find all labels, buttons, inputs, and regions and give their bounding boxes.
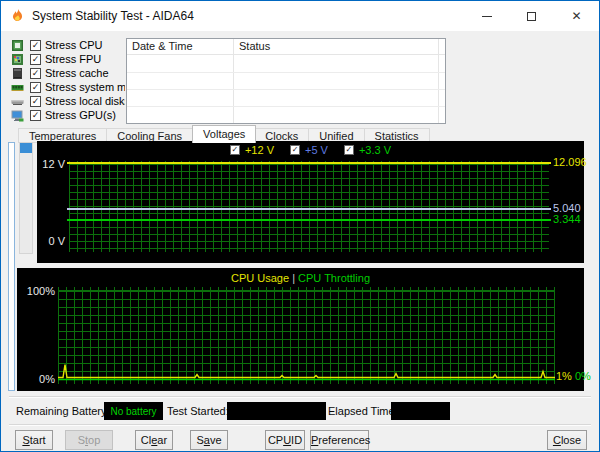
column-header-date-time[interactable]: Date & Time <box>132 40 193 52</box>
close-button[interactable]: Close <box>547 430 587 450</box>
graph-scroll-slider[interactable] <box>19 142 33 254</box>
title-bar[interactable]: System Stability Test - AIDA64 ✕ <box>1 1 599 31</box>
maximize-button[interactable] <box>509 1 554 31</box>
log-table-header: Date & Time Status <box>127 39 445 55</box>
preferences-button[interactable]: Preferences <box>310 430 369 450</box>
column-header-status[interactable]: Status <box>239 40 270 52</box>
test-started-display <box>227 402 326 420</box>
legend-3v3-label: +3.3 V <box>359 144 391 156</box>
window-title: System Stability Test - AIDA64 <box>32 9 194 23</box>
close-icon: ✕ <box>571 10 581 22</box>
voltage-3v3-line <box>67 219 551 221</box>
stability-test-window: System Stability Test - AIDA64 ✕ ✓ Stres… <box>0 0 600 452</box>
voltage-12v-line <box>67 162 551 164</box>
cpu-graph-title: CPU Usage | CPU Throttling <box>17 272 584 284</box>
legend-12v-label: +12 V <box>245 144 274 156</box>
start-button[interactable]: Start <box>15 430 53 450</box>
stress-disks-checkbox[interactable]: ✓ <box>30 96 41 107</box>
log-table-body[interactable] <box>127 56 445 123</box>
disk-icon <box>11 95 24 108</box>
elapsed-time-label: Elapsed Time: <box>328 405 398 417</box>
cpu-axis-min-label: 0% <box>17 373 55 385</box>
cpuid-button[interactable]: CPUID <box>265 430 305 450</box>
clear-button[interactable]: Clear <box>135 430 173 450</box>
voltage-3v3-reading: 3.344 <box>553 213 581 225</box>
legend-5v-checkbox[interactable]: ✓ <box>290 145 300 155</box>
test-started-label: Test Started: <box>167 405 229 417</box>
cpu-axis-max-label: 100% <box>17 285 55 297</box>
cpu-throttling-title: CPU Throttling <box>298 272 370 284</box>
stress-fpu-label: Stress FPU <box>45 53 101 65</box>
stress-gpu-label: Stress GPU(s) <box>45 109 116 121</box>
title-separator: | <box>292 272 295 284</box>
stress-cpu-label: Stress CPU <box>45 39 102 51</box>
legend-item-5v: ✓ +5 V <box>290 144 328 156</box>
stress-cache-checkbox[interactable]: ✓ <box>30 68 41 79</box>
voltage-grid <box>69 161 549 252</box>
tab-voltages[interactable]: Voltages <box>192 125 256 143</box>
fpu-icon <box>11 53 24 66</box>
elapsed-time-display <box>391 402 450 420</box>
aida64-flame-icon <box>10 8 26 24</box>
stop-button[interactable]: Stop <box>65 430 113 450</box>
voltage-12v-reading: 12.096 <box>553 156 587 168</box>
stress-gpu-checkbox[interactable]: ✓ <box>30 110 41 121</box>
voltage-axis-max-label: 12 V <box>37 158 65 170</box>
voltage-legend: ✓ +12 V ✓ +5 V ✓ +3.3 V <box>37 144 584 156</box>
stress-memory-label: Stress system memory <box>45 81 125 93</box>
cpu-throttling-reading: 0% <box>575 370 591 382</box>
legend-3v3-checkbox[interactable]: ✓ <box>344 145 354 155</box>
remaining-battery-display: No battery <box>104 402 163 420</box>
cpu-usage-reading: 1% <box>556 370 572 382</box>
memory-icon <box>11 81 24 94</box>
remaining-battery-value: No battery <box>110 406 156 417</box>
legend-5v-label: +5 V <box>305 144 328 156</box>
voltage-5v-line <box>67 208 551 210</box>
voltage-graph: ✓ +12 V ✓ +5 V ✓ +3.3 V 12 V 0 V 12.096 … <box>37 141 584 263</box>
status-separator <box>9 396 591 398</box>
save-button[interactable]: Save <box>190 430 228 450</box>
minimize-icon <box>482 16 492 17</box>
stress-memory-checkbox[interactable]: ✓ <box>30 82 41 93</box>
gpu-icon <box>11 109 24 122</box>
test-log-table[interactable]: Date & Time Status <box>126 38 446 124</box>
buttons-separator <box>9 424 591 426</box>
stress-cache-label: Stress cache <box>45 67 109 79</box>
stress-options-panel: ✓ Stress CPU ✓ Stress FPU ✓ Stress cache… <box>1 37 125 125</box>
remaining-battery-label: Remaining Battery: <box>16 405 110 417</box>
cache-icon <box>11 67 24 80</box>
cpu-usage-graph: CPU Usage | CPU Throttling 100% 0% 1% 0% <box>17 268 584 391</box>
cpu-readings: 1% 0% <box>556 370 591 382</box>
legend-item-12v: ✓ +12 V <box>230 144 274 156</box>
test-progress-bar <box>8 142 15 391</box>
legend-12v-checkbox[interactable]: ✓ <box>230 145 240 155</box>
cpu-usage-sparkline <box>58 287 555 384</box>
stress-fpu-checkbox[interactable]: ✓ <box>30 54 41 65</box>
cpu-icon <box>11 39 24 52</box>
legend-item-3v3: ✓ +3.3 V <box>344 144 391 156</box>
close-button-caption[interactable]: ✕ <box>554 1 599 31</box>
slider-thumb[interactable] <box>20 143 32 153</box>
minimize-button[interactable] <box>464 1 509 31</box>
cpu-usage-title: CPU Usage <box>231 272 289 284</box>
maximize-icon <box>527 12 536 21</box>
stress-cpu-checkbox[interactable]: ✓ <box>30 40 41 51</box>
stress-disks-label: Stress local disks <box>45 95 125 107</box>
voltage-axis-min-label: 0 V <box>37 235 65 247</box>
